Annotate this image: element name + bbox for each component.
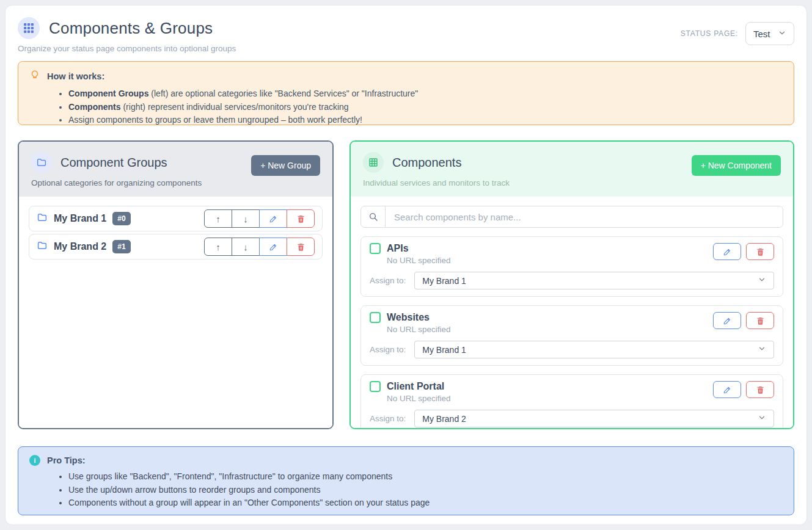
folder-icon xyxy=(31,152,52,173)
group-name: My Brand 1 xyxy=(54,213,106,224)
component-name: Websites xyxy=(387,312,430,323)
assign-group-select[interactable]: My Brand 1 xyxy=(414,272,774,289)
move-down-button[interactable]: ↓ xyxy=(232,209,260,228)
move-down-button[interactable]: ↓ xyxy=(232,238,260,256)
group-order-badge: #1 xyxy=(112,240,130,253)
component-info: Client Portal No URL specified xyxy=(370,381,451,403)
group-row-left: My Brand 1 #0 xyxy=(37,212,131,225)
component-name-row: APIs xyxy=(370,243,451,254)
group-row-left: My Brand 2 #1 xyxy=(37,240,131,253)
component-url-status: No URL specified xyxy=(387,256,451,265)
header-right: STATUS PAGE: Test xyxy=(681,22,794,45)
grid-table-icon xyxy=(363,152,384,173)
group-actions: ↑ ↓ xyxy=(204,238,315,256)
header-left: Components & Groups Organize your status… xyxy=(18,17,236,53)
component-info: Websites No URL specified xyxy=(370,312,451,334)
pro-tips-item: Components without a group will appear i… xyxy=(68,496,783,510)
assign-group-select[interactable]: My Brand 1 xyxy=(414,341,774,358)
delete-group-button[interactable] xyxy=(287,238,315,256)
chevron-down-icon xyxy=(758,344,766,355)
move-up-button[interactable]: ↑ xyxy=(204,209,232,228)
component-name-row: Websites xyxy=(370,312,451,323)
page-header: Components & Groups Organize your status… xyxy=(18,17,794,53)
component-name-row: Client Portal xyxy=(370,381,451,392)
status-page-label: STATUS PAGE: xyxy=(681,29,738,38)
groups-panel-body: My Brand 1 #0 ↑ ↓ xyxy=(19,197,332,428)
component-card: Websites No URL specified xyxy=(360,305,783,366)
search-icon xyxy=(361,206,386,227)
components-list: APIs No URL specified xyxy=(360,236,783,429)
folder-icon xyxy=(37,240,48,253)
chevron-down-icon xyxy=(778,29,786,39)
move-up-button[interactable]: ↑ xyxy=(204,238,232,256)
assign-to-label: Assign to: xyxy=(370,345,406,354)
group-order-badge: #0 xyxy=(112,212,130,225)
groups-panel-subtitle: Optional categories for organizing compo… xyxy=(31,178,320,187)
component-card-top: Client Portal No URL specified xyxy=(370,381,774,403)
assign-group-select[interactable]: My Brand 2 xyxy=(414,410,774,427)
delete-component-button[interactable] xyxy=(746,312,774,329)
search-input[interactable] xyxy=(386,206,783,227)
component-info: APIs No URL specified xyxy=(370,243,451,265)
groups-panel-title: Component Groups xyxy=(60,156,167,170)
delete-component-button[interactable] xyxy=(746,243,774,260)
assign-row: Assign to: My Brand 2 xyxy=(370,410,774,427)
pro-tips-item: Use the up/down arrow buttons to reorder… xyxy=(68,484,783,497)
component-name: Client Portal xyxy=(387,381,444,392)
chevron-down-icon xyxy=(758,413,766,424)
lightbulb-icon xyxy=(29,70,40,83)
group-actions: ↑ ↓ xyxy=(204,209,315,228)
page-title: Components & Groups xyxy=(49,19,213,38)
assign-to-label: Assign to: xyxy=(370,414,406,423)
info-icon: i xyxy=(29,455,40,466)
component-card-top: APIs No URL specified xyxy=(370,243,774,265)
component-url-status: No URL specified xyxy=(387,325,451,334)
how-it-works-item-bold: Components xyxy=(68,102,121,112)
panels-row: Component Groups Optional categories for… xyxy=(18,140,794,429)
how-it-works-item-bold: Component Groups xyxy=(68,89,148,98)
pro-tips-banner: i Pro Tips: Use groups like "Backend", "… xyxy=(18,446,794,515)
edit-group-button[interactable] xyxy=(259,209,287,228)
components-panel-title: Components xyxy=(392,156,461,170)
pro-tips-list: Use groups like "Backend", "Frontend", "… xyxy=(29,470,783,510)
component-groups-panel: Component Groups Optional categories for… xyxy=(18,140,334,429)
pro-tips-item: Use groups like "Backend", "Frontend", "… xyxy=(68,470,783,484)
new-group-button[interactable]: + New Group xyxy=(251,155,320,176)
component-name: APIs xyxy=(387,243,409,254)
component-search xyxy=(360,206,783,228)
component-card: Client Portal No URL specified xyxy=(360,374,783,429)
how-it-works-item-text: (left) are optional categories like "Bac… xyxy=(148,89,418,98)
component-actions xyxy=(713,312,774,329)
edit-component-button[interactable] xyxy=(713,381,741,398)
how-it-works-item-text: Assign components to groups or leave the… xyxy=(68,115,362,125)
component-card: APIs No URL specified xyxy=(360,236,783,297)
pro-tips-title: Pro Tips: xyxy=(47,456,86,465)
edit-component-button[interactable] xyxy=(713,312,741,329)
assign-group-select-value: My Brand 2 xyxy=(422,414,466,424)
how-it-works-banner: How it works: Component Groups (left) ar… xyxy=(18,61,794,125)
group-row: My Brand 2 #1 ↑ ↓ xyxy=(29,234,323,260)
new-component-button[interactable]: + New Component xyxy=(692,155,781,176)
delete-component-button[interactable] xyxy=(746,381,774,398)
status-page-select[interactable]: Test xyxy=(745,22,794,45)
how-it-works-item: Component Groups (left) are optional cat… xyxy=(68,87,783,101)
assign-to-label: Assign to: xyxy=(370,276,406,285)
component-actions xyxy=(713,381,774,398)
how-it-works-item: Assign components to groups or leave the… xyxy=(68,114,783,127)
components-panel: Components Individual services and monit… xyxy=(349,140,794,429)
components-panel-subtitle: Individual services and monitors to trac… xyxy=(363,178,781,187)
edit-group-button[interactable] xyxy=(259,238,287,256)
assign-group-select-value: My Brand 1 xyxy=(422,345,466,355)
page-subtitle: Organize your status page components int… xyxy=(18,44,236,53)
pro-tips-title-row: i Pro Tips: xyxy=(29,455,783,466)
folder-icon xyxy=(37,212,48,225)
edit-component-button[interactable] xyxy=(713,243,741,260)
components-panel-body: APIs No URL specified xyxy=(351,197,793,429)
groups-panel-header: Component Groups Optional categories for… xyxy=(19,142,332,197)
delete-group-button[interactable] xyxy=(287,209,315,228)
assign-row: Assign to: My Brand 1 xyxy=(370,272,774,289)
chevron-down-icon xyxy=(758,275,766,286)
title-row: Components & Groups xyxy=(18,17,236,39)
component-actions xyxy=(713,243,774,260)
group-name: My Brand 2 xyxy=(54,241,106,252)
